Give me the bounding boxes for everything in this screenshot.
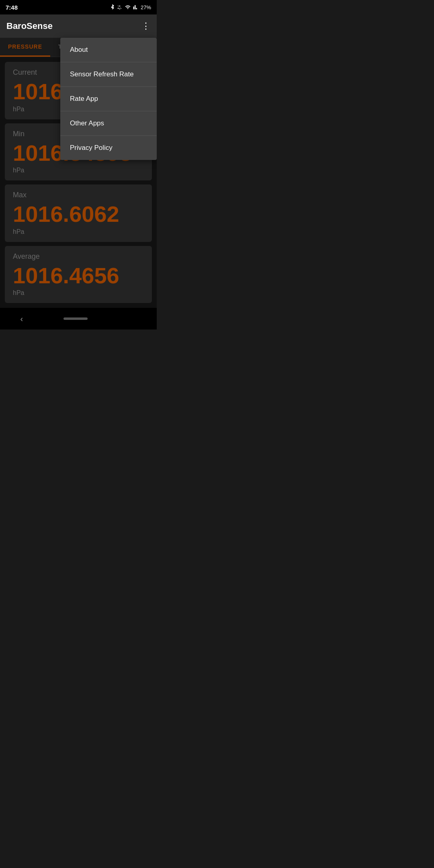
menu-item-sensor-refresh-rate[interactable]: Sensor Refresh Rate xyxy=(60,62,157,87)
dropdown-menu: About Sensor Refresh Rate Rate App Other… xyxy=(60,38,157,160)
app-title: BaroSense xyxy=(6,21,53,31)
menu-item-about[interactable]: About xyxy=(60,38,157,62)
signal-icon xyxy=(133,4,139,10)
overflow-menu-button[interactable]: ⋮ xyxy=(141,21,150,31)
menu-item-rate-app[interactable]: Rate App xyxy=(60,87,157,111)
page-wrapper: 7:48 27% BaroSense ⋮ xyxy=(0,0,157,330)
status-time: 7:48 xyxy=(6,4,18,11)
menu-item-other-apps[interactable]: Other Apps xyxy=(60,111,157,136)
bluetooth-icon xyxy=(110,4,115,10)
battery-text: 27% xyxy=(141,4,151,10)
app-bar: BaroSense ⋮ xyxy=(0,14,157,38)
menu-item-privacy-policy[interactable]: Privacy Policy xyxy=(60,136,157,160)
status-bar: 7:48 27% xyxy=(0,0,157,14)
bell-muted-icon xyxy=(117,4,123,10)
wifi-icon xyxy=(125,4,131,10)
status-icons: 27% xyxy=(110,4,151,10)
